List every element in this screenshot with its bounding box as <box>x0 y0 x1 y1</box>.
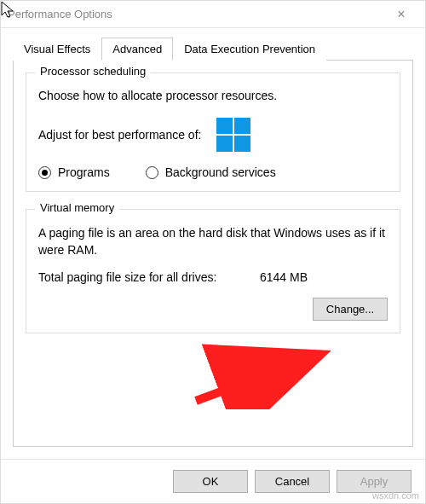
tab-content-advanced: Processor scheduling Choose how to alloc… <box>13 61 413 447</box>
virtual-memory-desc: A paging file is an area on the hard dis… <box>38 225 388 258</box>
adjust-performance-row: Adjust for best performance of: <box>38 118 388 152</box>
performance-radio-group: Programs Background services <box>38 165 388 179</box>
apply-button[interactable]: Apply <box>337 470 412 493</box>
windows-logo-icon <box>216 118 250 152</box>
titlebar: Performance Options × <box>1 1 425 28</box>
radio-background-indicator <box>146 166 158 179</box>
paging-file-size-value: 6144 MB <box>260 270 308 284</box>
change-button[interactable]: Change... <box>313 298 388 321</box>
virtual-memory-legend: Virtual memory <box>35 201 119 214</box>
radio-background-services[interactable]: Background services <box>146 165 276 179</box>
processor-scheduling-group: Processor scheduling Choose how to alloc… <box>26 72 400 192</box>
tab-visual-effects[interactable]: Visual Effects <box>13 38 101 61</box>
window-body: Visual Effects Advanced Data Execution P… <box>1 28 425 459</box>
processor-scheduling-legend: Processor scheduling <box>35 65 151 78</box>
performance-options-window: Performance Options × Visual Effects Adv… <box>0 0 426 504</box>
window-title: Performance Options <box>8 8 384 20</box>
change-button-row: Change... <box>38 298 388 321</box>
radio-programs-label: Programs <box>58 165 110 179</box>
close-icon[interactable]: × <box>384 7 418 22</box>
radio-programs-indicator <box>38 166 51 179</box>
tab-strip: Visual Effects Advanced Data Execution P… <box>13 37 413 61</box>
tab-advanced[interactable]: Advanced <box>101 38 173 61</box>
paging-file-size-label: Total paging file size for all drives: <box>38 270 260 284</box>
tab-dep[interactable]: Data Execution Prevention <box>173 38 326 61</box>
adjust-performance-label: Adjust for best performance of: <box>38 128 201 142</box>
radio-background-label: Background services <box>165 165 276 179</box>
dialog-footer: OK Cancel Apply <box>1 459 425 503</box>
virtual-memory-group: Virtual memory A paging file is an area … <box>26 209 400 333</box>
cancel-button[interactable]: Cancel <box>255 470 330 493</box>
radio-programs[interactable]: Programs <box>38 165 110 179</box>
processor-scheduling-desc: Choose how to allocate processor resourc… <box>38 89 388 102</box>
ok-button[interactable]: OK <box>173 470 248 493</box>
paging-file-size-row: Total paging file size for all drives: 6… <box>38 270 388 284</box>
